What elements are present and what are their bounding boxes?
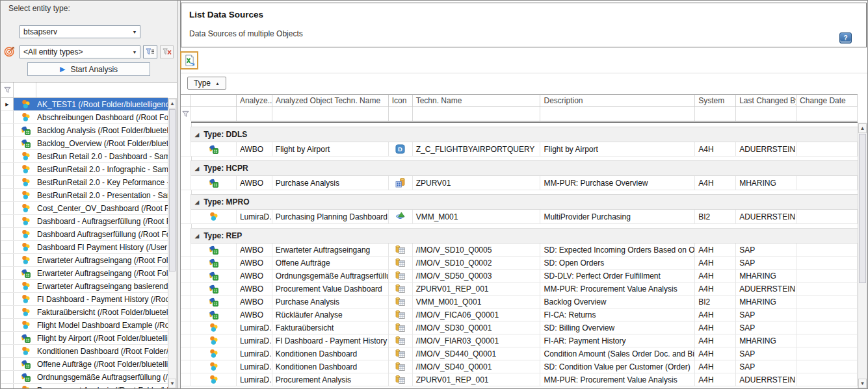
lumira-dashboard-icon <box>21 281 31 291</box>
help-icon[interactable]: ? <box>839 32 852 44</box>
start-analysis-button[interactable]: ▶ Start Analysis <box>27 62 150 76</box>
list-item[interactable]: Fakturaübersicht (/Root Folder/bluetelli… <box>1 306 168 319</box>
list-item[interactable]: Ordnungsgemäße Auftragserfüllung (/Ro <box>1 371 168 384</box>
chevron-down-icon[interactable]: ▼ <box>129 30 140 34</box>
list-item[interactable]: Abschreibungen Dashboard (/Root Folde <box>1 111 168 124</box>
group-expanded-icon[interactable]: ◢ <box>195 199 199 205</box>
column-header-system[interactable]: System <box>695 95 736 107</box>
chevron-down-icon[interactable]: ▼ <box>129 50 140 55</box>
table-row[interactable]: LumiraD...Purchasing Planning DashboardV… <box>181 210 858 224</box>
list-item[interactable]: Konditionen Dashboard (/Root Folder/blu <box>1 345 168 358</box>
table-row[interactable]: AWBORückläufer Analyse/IMO/V_FICA06_Q000… <box>181 308 858 321</box>
clear-filter-button[interactable] <box>160 45 174 58</box>
list-filter-row[interactable] <box>1 82 168 98</box>
scroll-down-button[interactable]: ▼ <box>858 379 867 388</box>
table-row[interactable]: AWBOPurchase AnalysisZPURV01MM-PUR: Purc… <box>181 176 858 190</box>
list-item[interactable]: Backlog_Overview (/Root Folder/bluetell <box>1 137 168 150</box>
list-item[interactable]: BestRunRetail 2.0 - Infographic - Sample <box>1 163 168 176</box>
list-item[interactable]: Offene Aufträge (/Root Folder/bluetellig <box>1 358 168 371</box>
column-header-empty[interactable] <box>181 95 191 107</box>
analysis-workbook-icon <box>209 284 218 294</box>
system-dropdown[interactable]: btsapserv ▼ <box>20 25 140 38</box>
row-indicator <box>1 124 14 136</box>
row-indicator <box>1 267 14 279</box>
filter-row-indicator[interactable] <box>181 107 191 121</box>
export-to-excel-button[interactable] <box>180 51 198 69</box>
filter-cell[interactable] <box>695 107 736 121</box>
table-row[interactable]: LumiraD...Fakturaübersicht/IMO/V_SD30_Q0… <box>181 321 858 334</box>
list-item[interactable]: Dashboard Auftragserfüllung (/Root Fold <box>1 228 168 241</box>
filter-cell[interactable] <box>237 107 272 121</box>
group-expanded-icon[interactable]: ◢ <box>195 166 199 171</box>
analysis-workbook-icon <box>209 271 218 281</box>
filter-cell[interactable] <box>272 107 389 121</box>
column-header-empty[interactable] <box>191 95 237 107</box>
analysis-workbook-icon <box>209 310 218 320</box>
group-row[interactable]: ◢Type: REP <box>181 228 858 244</box>
list-item[interactable]: Dashboard - Auftragserfüllung (/Root Fo <box>1 215 168 228</box>
group-row[interactable]: ◢Type: MPRO <box>181 194 858 210</box>
list-vertical-scrollbar[interactable]: ▲ ▼ <box>168 98 177 389</box>
filter-cell[interactable] <box>413 107 541 121</box>
table-row[interactable]: LumiraD...FI Dashboard - Payment History… <box>181 334 858 347</box>
list-item[interactable]: BestRunRetail 2.0 - Key Peformance - Sa <box>1 176 168 189</box>
list-filter-icon-cell[interactable] <box>14 82 36 97</box>
group-row[interactable]: ◢Type: HCPR <box>181 160 858 176</box>
column-header-analyzed-object-techn-name[interactable]: Analyzed Object Techn. Name <box>272 95 389 107</box>
list-item[interactable]: BestRun Retail 2.0 - Dashboard - Sample <box>1 150 168 163</box>
column-header-change-date[interactable]: Change Date <box>796 95 858 107</box>
list-item[interactable]: Flight Model Dashboard Example (/Root <box>1 319 168 332</box>
group-row[interactable]: ◢Type: DDLS <box>181 127 858 142</box>
column-header-last-changed-by[interactable]: Last Changed By <box>736 95 796 107</box>
table-row[interactable]: AWBOProcurement Value DashboardZPURV01_R… <box>181 282 858 295</box>
column-header-description[interactable]: Description <box>540 95 695 107</box>
column-header-analyze[interactable]: Analyze... <box>237 95 272 107</box>
filter-cell[interactable] <box>191 107 237 121</box>
table-row[interactable]: LumiraD...Procurement AnalysisZPURV01_RE… <box>181 373 858 386</box>
table-row[interactable]: AWBOFlight by AirportDZ_C_FLIGHTBYAIRPOR… <box>181 142 858 157</box>
list-item[interactable]: Erwarteter Auftragseingang (/Root Folde <box>1 254 168 267</box>
table-row[interactable]: AWBOOrdnungsgemäße Auftragserfüllung/IMO… <box>181 270 858 282</box>
list-item[interactable]: Procurement Analysis (/Root Folder/blu <box>1 384 168 389</box>
group-expanded-icon[interactable]: ◢ <box>195 132 199 138</box>
group-expanded-icon[interactable]: ◢ <box>195 233 199 239</box>
filter-cell[interactable] <box>389 107 413 121</box>
list-item[interactable]: Dashboard FI Payment History (/User Fo <box>1 241 168 254</box>
scroll-thumb[interactable] <box>859 134 866 283</box>
scroll-up-button[interactable]: ▲ <box>858 123 867 133</box>
list-item[interactable]: Erwarteter Auftragseingang (/Root Folde <box>1 267 168 280</box>
filter-cell[interactable] <box>736 107 796 121</box>
change-date-cell <box>796 142 858 156</box>
list-item[interactable]: Backlog Analysis (/Root Folder/bluetelli… <box>1 124 168 137</box>
table-filter-row[interactable] <box>181 107 858 121</box>
table-row[interactable]: AWBOOffene Aufträge/IMO/V_SD10_Q0002SD: … <box>181 257 858 270</box>
row-indicator <box>1 111 14 123</box>
list-item[interactable]: Erwarteter Auftragseingang basierend a <box>1 280 168 293</box>
column-header-icon[interactable]: Icon <box>389 95 413 107</box>
scroll-up-button[interactable]: ▲ <box>168 99 176 108</box>
list-item[interactable]: BestRunRetail 2.0 - Presentation - Sampl <box>1 189 168 202</box>
filter-settings-button[interactable] <box>143 45 157 58</box>
list-item[interactable]: FI Dashboard - Payment History (/Root F <box>1 293 168 306</box>
group-by-type-button[interactable]: Type ▲ <box>187 77 226 90</box>
table-row[interactable]: AWBOPurchase AnalysisVMM_M001_Q001Backlo… <box>181 295 858 308</box>
scroll-thumb[interactable] <box>169 109 176 271</box>
lumira-dashboard-icon <box>21 177 31 187</box>
column-header-techn-name[interactable]: Techn. Name <box>413 95 541 107</box>
list-item[interactable]: Cost_Center_OV_Dashboard (/Root Fold <box>1 202 168 215</box>
table-row[interactable]: LumiraD...Konditionen Dashboard/IMO/V_SD… <box>181 360 858 373</box>
object-icon-cell <box>191 176 237 190</box>
analyzed-object-name-cell: Ordnungsgemäße Auftragserfüllung <box>272 270 389 282</box>
table-row[interactable]: LumiraD...Konditionen Dashboard/IMO/V_SD… <box>181 347 858 360</box>
entity-type-dropdown[interactable]: <All entity types> ▼ <box>20 45 140 58</box>
bex-query-icon <box>395 310 405 320</box>
description-cell: FI-CA: Returns <box>540 308 695 321</box>
filter-cell[interactable] <box>540 107 695 121</box>
scroll-down-button[interactable]: ▼ <box>168 379 176 388</box>
table-row[interactable]: AWBOErwarteter Auftragseingang/IMO/V_SD1… <box>181 244 858 257</box>
last-changed-by-cell: MHARING <box>736 334 796 347</box>
list-item[interactable]: ▶AK_TEST1 (/Root Folder/bluetelligence/S <box>1 98 168 111</box>
filter-cell[interactable] <box>796 107 858 121</box>
table-vertical-scrollbar[interactable]: ▲ ▼ <box>858 123 867 389</box>
list-item[interactable]: Flight by Airport (/Root Folder/bluetell… <box>1 332 168 345</box>
